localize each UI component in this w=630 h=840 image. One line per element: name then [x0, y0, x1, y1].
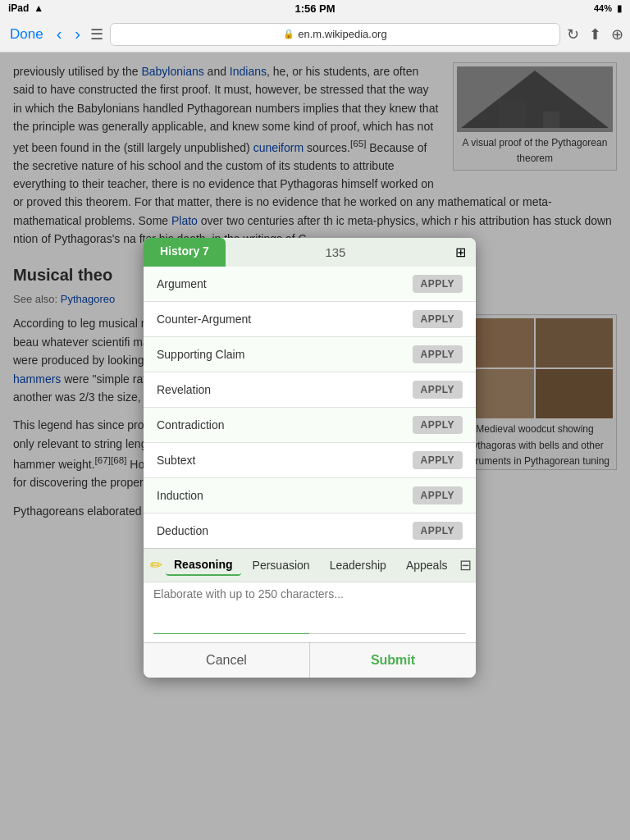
- apply-button-argument[interactable]: APPLY: [413, 275, 463, 293]
- tab-leadership[interactable]: Leadership: [322, 555, 395, 575]
- submit-button[interactable]: Submit: [310, 643, 476, 678]
- wifi-icon: ▲: [34, 2, 43, 14]
- cancel-button[interactable]: Cancel: [144, 643, 310, 678]
- row-label-induction: Induction: [157, 489, 203, 502]
- modal-row-supporting-claim: Supporting Claim APPLY: [144, 337, 476, 372]
- modal-grid-icon[interactable]: ⊞: [445, 238, 476, 267]
- forward-button[interactable]: ›: [71, 25, 84, 43]
- row-label-argument: Argument: [157, 277, 207, 290]
- share-button[interactable]: ⬆: [589, 25, 601, 43]
- modal-row-subtext: Subtext APPLY: [144, 443, 476, 478]
- apply-button-contradiction[interactable]: APPLY: [413, 416, 463, 434]
- url-bar[interactable]: 🔒 en.m.wikipedia.org: [110, 23, 560, 46]
- row-label-deduction: Deduction: [157, 524, 208, 537]
- battery-icon: ▮: [617, 3, 622, 14]
- menu-button[interactable]: ☰: [90, 25, 103, 43]
- elaborate-textarea[interactable]: [153, 587, 466, 628]
- status-time: 1:56 PM: [294, 2, 335, 15]
- modal-row-revelation: Revelation APPLY: [144, 372, 476, 408]
- modal-list: Argument APPLY Counter-Argument APPLY Su…: [144, 267, 476, 548]
- compass-button[interactable]: ⊕: [611, 25, 623, 43]
- status-bar: iPad ▲ 1:56 PM 44% ▮: [0, 0, 630, 16]
- apply-button-deduction[interactable]: APPLY: [413, 522, 463, 540]
- reload-button[interactable]: ↻: [567, 25, 579, 43]
- back-button[interactable]: ‹: [53, 25, 66, 43]
- apply-button-induction[interactable]: APPLY: [413, 486, 463, 504]
- tab-persuasion[interactable]: Persuasion: [244, 555, 318, 575]
- device-label: iPad: [8, 2, 29, 14]
- modal-row-argument: Argument APPLY: [144, 267, 476, 302]
- url-text: en.m.wikipedia.org: [298, 28, 386, 40]
- elaborate-area: [144, 582, 476, 642]
- modal-tab-count: 135: [226, 238, 445, 267]
- modal-header: History 7 135 ⊞: [144, 238, 476, 267]
- row-label-revelation: Revelation: [157, 383, 211, 396]
- modal-active-tab[interactable]: History 7: [144, 238, 226, 267]
- modal-actions: Cancel Submit: [144, 642, 476, 678]
- row-label-supporting-claim: Supporting Claim: [157, 348, 244, 361]
- modal-bottom-tabs: ✏ Reasoning Persuasion Leadership Appeal…: [144, 548, 476, 582]
- row-label-contradiction: Contradiction: [157, 418, 225, 431]
- modal-row-counter-argument: Counter-Argument APPLY: [144, 302, 476, 337]
- tab-reasoning[interactable]: Reasoning: [166, 555, 241, 576]
- modal-row-deduction: Deduction APPLY: [144, 514, 476, 548]
- status-left: iPad ▲: [8, 2, 43, 14]
- bottom-grid-icon[interactable]: ⊟: [459, 556, 472, 574]
- modal-row-contradiction: Contradiction APPLY: [144, 408, 476, 443]
- modal-dialog: History 7 135 ⊞ Argument APPLY Counter-A…: [144, 238, 476, 678]
- browser-toolbar: Done ‹ › ☰ 🔒 en.m.wikipedia.org ↻ ⬆ ⊕: [0, 16, 630, 52]
- done-button[interactable]: Done: [7, 26, 47, 43]
- apply-button-subtext[interactable]: APPLY: [413, 451, 463, 469]
- textarea-underline: [153, 633, 466, 634]
- apply-button-counter-argument[interactable]: APPLY: [413, 310, 463, 328]
- modal-row-induction: Induction APPLY: [144, 478, 476, 514]
- row-label-subtext: Subtext: [157, 454, 195, 467]
- toolbar-actions: ↻ ⬆ ⊕: [567, 25, 623, 43]
- apply-button-supporting-claim[interactable]: APPLY: [413, 345, 463, 363]
- row-label-counter-argument: Counter-Argument: [157, 313, 251, 326]
- lock-icon: 🔒: [283, 29, 294, 39]
- status-right: 44% ▮: [594, 3, 622, 14]
- tab-appeals[interactable]: Appeals: [398, 555, 456, 575]
- pencil-icon: ✏: [150, 554, 162, 577]
- battery-label: 44%: [594, 3, 612, 13]
- apply-button-revelation[interactable]: APPLY: [413, 381, 463, 399]
